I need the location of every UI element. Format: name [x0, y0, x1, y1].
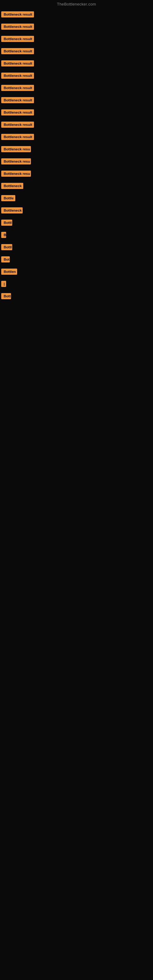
bottleneck-badge[interactable]: Bottl — [1, 244, 12, 250]
bottleneck-badge[interactable]: Bottleneck result — [1, 122, 34, 128]
bottleneck-row: Bottleneck result — [0, 70, 153, 83]
bottleneck-row: B — [0, 229, 153, 242]
bottleneck-row: Bottleneck result — [0, 33, 153, 46]
bottleneck-row: Bottl — [0, 242, 153, 254]
bottleneck-row: Bottleneck result — [0, 119, 153, 131]
bottleneck-badge[interactable]: Bottle — [1, 195, 15, 201]
bottleneck-row: Bottleneck — [0, 205, 153, 217]
bottleneck-badge[interactable]: Bottlen — [1, 269, 17, 275]
bottleneck-badge[interactable]: Bottleneck resu — [1, 170, 31, 177]
bottleneck-badge[interactable]: Bottleneck — [1, 183, 23, 189]
bottleneck-row: Bottle — [0, 192, 153, 205]
bottleneck-badge[interactable]: Bot — [1, 256, 10, 262]
bottleneck-badge[interactable]: Bottleneck result — [1, 11, 34, 18]
bottleneck-badge[interactable]: Bott — [1, 293, 11, 299]
bottleneck-row: Bott — [0, 291, 153, 303]
bottleneck-badge[interactable]: Bottleneck result — [1, 134, 34, 140]
bottleneck-row: Bottleneck resu — [0, 144, 153, 156]
bottleneck-badge[interactable]: | — [1, 281, 6, 287]
bottleneck-row: | — [0, 278, 153, 291]
bottleneck-row: Bottleneck result — [0, 9, 153, 21]
bottleneck-badge[interactable]: Bottleneck result — [1, 48, 34, 54]
bottleneck-badge[interactable]: Bottleneck result — [1, 85, 34, 91]
bottleneck-row: Bottleneck result — [0, 46, 153, 58]
bottleneck-badge[interactable]: Bottleneck resu — [1, 146, 31, 152]
bottleneck-row: Bottleneck result — [0, 58, 153, 70]
site-title: TheBottlenecker.com — [0, 0, 153, 9]
bottleneck-badge[interactable]: Bottleneck result — [1, 97, 34, 103]
bottleneck-row: Bottleneck result — [0, 131, 153, 144]
bottleneck-badge[interactable]: Bottleneck result — [1, 73, 34, 79]
bottleneck-row: Bottleneck result — [0, 107, 153, 119]
bottleneck-badge[interactable]: Bottleneck result — [1, 24, 34, 30]
bottleneck-row: Bottleneck result — [0, 95, 153, 107]
bottleneck-row: Bottlen — [0, 266, 153, 278]
bottleneck-badge[interactable]: Bottl — [1, 220, 12, 226]
bottleneck-row: Bot — [0, 254, 153, 266]
bottleneck-badge[interactable]: Bottleneck resu — [1, 158, 31, 164]
bottleneck-badge[interactable]: Bottleneck result — [1, 36, 34, 42]
bottleneck-badge[interactable]: Bottleneck — [1, 207, 22, 213]
bottleneck-row: Bottleneck resu — [0, 168, 153, 180]
bottleneck-badge[interactable]: B — [1, 232, 6, 238]
bottleneck-row: Bottleneck — [0, 180, 153, 192]
bottleneck-badge[interactable]: Bottleneck result — [1, 109, 34, 115]
bottleneck-row: Bottleneck resu — [0, 156, 153, 168]
bottleneck-row: Bottleneck result — [0, 83, 153, 95]
bottleneck-row: Bottleneck result — [0, 21, 153, 33]
bottleneck-row: Bottl — [0, 217, 153, 229]
bottleneck-badge[interactable]: Bottleneck result — [1, 60, 34, 67]
